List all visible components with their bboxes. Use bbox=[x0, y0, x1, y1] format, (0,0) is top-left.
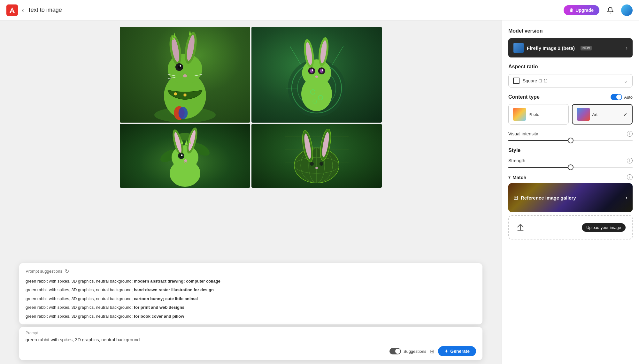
generated-image-1[interactable] bbox=[120, 27, 250, 123]
generated-image-2[interactable] bbox=[251, 27, 382, 123]
strength-thumb[interactable] bbox=[568, 164, 574, 170]
svg-point-54 bbox=[181, 155, 183, 156]
page-title: Text to image bbox=[28, 7, 62, 13]
art-check-icon: ✓ bbox=[623, 111, 627, 118]
svg-point-15 bbox=[183, 94, 187, 97]
strength-title: Strength bbox=[508, 158, 525, 163]
suggestion-item-1[interactable]: green rabbit with spikes, 3D graphics, n… bbox=[26, 278, 476, 284]
upgrade-button[interactable]: ♛ Upgrade bbox=[564, 5, 599, 15]
aspect-ratio-title: Aspect ratio bbox=[508, 64, 633, 70]
content-type-title: Content type bbox=[508, 94, 540, 100]
strength-section: Strength i bbox=[508, 158, 633, 168]
model-name-label: Firefly Image 2 (beta) bbox=[527, 45, 575, 51]
visual-intensity-slider[interactable] bbox=[508, 140, 633, 141]
generate-icon: ✦ bbox=[444, 349, 448, 354]
model-chevron-icon: › bbox=[626, 45, 627, 51]
aspect-ratio-value: Square (1:1) bbox=[523, 78, 620, 83]
match-title: Match bbox=[512, 175, 526, 180]
upload-image-area[interactable]: Upload your image bbox=[508, 215, 633, 239]
svg-point-34 bbox=[320, 69, 324, 73]
svg-point-9 bbox=[180, 65, 181, 67]
svg-point-31 bbox=[310, 69, 313, 73]
auto-toggle-container: Auto bbox=[611, 94, 633, 100]
toggle-knob bbox=[616, 95, 621, 100]
art-thumb bbox=[577, 108, 590, 121]
upload-arrow-icon bbox=[515, 222, 526, 232]
svg-point-73 bbox=[320, 162, 323, 166]
content-type-options: Photo Art ✓ bbox=[508, 104, 633, 125]
notifications-icon[interactable] bbox=[604, 4, 616, 16]
copy-icon[interactable]: ⊞ bbox=[430, 348, 434, 354]
refresh-icon[interactable]: ↻ bbox=[65, 268, 69, 274]
content-type-art[interactable]: Art ✓ bbox=[572, 104, 633, 125]
svg-point-35 bbox=[322, 69, 323, 71]
svg-marker-19 bbox=[189, 30, 191, 35]
visual-intensity-thumb[interactable] bbox=[568, 138, 574, 143]
aspect-chevron-icon: ⌄ bbox=[624, 78, 628, 84]
aspect-ratio-section: Aspect ratio Square (1:1) ⌄ bbox=[508, 64, 633, 87]
strength-info-icon[interactable]: i bbox=[627, 158, 633, 163]
svg-point-17 bbox=[179, 107, 188, 119]
aspect-ratio-select[interactable]: Square (1:1) ⌄ bbox=[508, 74, 633, 87]
model-version-button[interactable]: Firefly Image 2 (beta) NEW › bbox=[508, 38, 633, 57]
content-type-section: Content type Auto Photo Art ✓ bbox=[508, 94, 633, 125]
prompt-label: Prompt bbox=[26, 331, 476, 335]
suggestions-toggle-knob bbox=[395, 349, 400, 354]
suggestion-item-3[interactable]: green rabbit with spikes, 3D graphics, n… bbox=[26, 296, 476, 302]
generated-image-3[interactable] bbox=[120, 124, 250, 188]
square-aspect-icon bbox=[513, 78, 520, 84]
svg-marker-56 bbox=[185, 140, 188, 145]
prompt-panel: Prompt green rabbit with spikes, 3D grap… bbox=[19, 327, 482, 360]
svg-point-36 bbox=[315, 75, 318, 78]
suggestion-item-5[interactable]: green rabbit with spikes, 3D graphics, n… bbox=[26, 313, 476, 320]
model-new-badge: NEW bbox=[581, 46, 592, 50]
visual-intensity-section: Visual intensity i bbox=[508, 131, 633, 141]
photo-thumb bbox=[513, 108, 526, 121]
svg-point-14 bbox=[174, 92, 177, 95]
grid-icon: ⊞ bbox=[513, 194, 518, 201]
match-info-icon[interactable]: i bbox=[627, 174, 633, 180]
ref-gallery-label: Reference image gallery bbox=[521, 195, 576, 201]
style-title: Style bbox=[508, 148, 633, 153]
style-section: Style Strength i ▾ Match i bbox=[508, 148, 633, 239]
content-type-photo[interactable]: Photo bbox=[508, 104, 569, 125]
strength-slider[interactable] bbox=[508, 167, 633, 168]
svg-point-74 bbox=[315, 167, 318, 169]
suggestions-toggle-switch[interactable] bbox=[389, 348, 401, 354]
crown-icon: ♛ bbox=[569, 8, 574, 13]
photo-label: Photo bbox=[528, 112, 539, 117]
suggestions-title: Prompt suggestions bbox=[26, 269, 62, 274]
ref-gallery-chevron-icon: › bbox=[626, 194, 627, 201]
app-logo bbox=[6, 4, 18, 16]
suggestion-item-2[interactable]: green rabbit with spikes, 3D graphics, n… bbox=[26, 287, 476, 293]
upload-button[interactable]: Upload your image bbox=[582, 223, 626, 232]
image-grid bbox=[120, 27, 382, 188]
svg-point-47 bbox=[172, 145, 198, 170]
auto-toggle-label: Auto bbox=[624, 95, 633, 100]
visual-intensity-info-icon[interactable]: i bbox=[627, 131, 633, 137]
match-chevron-icon: ▾ bbox=[508, 175, 511, 180]
art-label: Art bbox=[592, 112, 598, 117]
suggestions-toggle-container: Suggestions bbox=[389, 348, 427, 354]
visual-intensity-title: Visual intensity bbox=[508, 131, 538, 136]
header-actions: ♛ Upgrade bbox=[564, 4, 633, 16]
auto-toggle-switch[interactable] bbox=[611, 94, 622, 100]
app-header: ‹ Text to image ♛ Upgrade bbox=[0, 0, 639, 20]
match-section: ▾ Match i ⊞ Reference image gallery › bbox=[508, 174, 633, 239]
right-sidebar: Model version Firefly Image 2 (beta) NEW… bbox=[502, 20, 639, 364]
bottom-panels: Prompt suggestions ↻ green rabbit with s… bbox=[0, 259, 502, 364]
visual-intensity-fill bbox=[508, 140, 571, 141]
suggestions-panel: Prompt suggestions ↻ green rabbit with s… bbox=[19, 263, 482, 325]
svg-point-32 bbox=[312, 69, 313, 71]
prompt-actions: Suggestions ⊞ ✦ Generate bbox=[26, 346, 476, 356]
generate-button[interactable]: ✦ Generate bbox=[438, 346, 476, 356]
user-avatar[interactable] bbox=[621, 4, 633, 16]
prompt-text[interactable]: green rabbit with spikes, 3D graphics, n… bbox=[26, 337, 476, 342]
svg-line-37 bbox=[290, 46, 301, 65]
suggestion-item-4[interactable]: green rabbit with spikes, 3D graphics, n… bbox=[26, 304, 476, 311]
generated-image-4[interactable] bbox=[251, 124, 382, 188]
reference-gallery-button[interactable]: ⊞ Reference image gallery › bbox=[508, 183, 633, 212]
svg-point-25 bbox=[302, 59, 331, 86]
back-button[interactable]: ‹ bbox=[22, 6, 24, 14]
svg-point-10 bbox=[183, 74, 187, 78]
